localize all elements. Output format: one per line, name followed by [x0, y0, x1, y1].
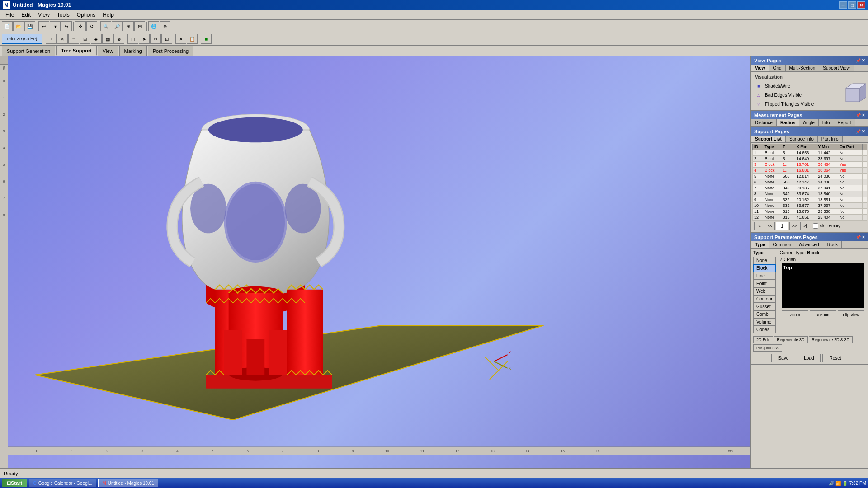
tb2-btn3[interactable]: ≡: [68, 34, 79, 44]
tab-part-info[interactable]: Part Info: [818, 136, 843, 142]
table-row[interactable]: 8None34933.67413.540No: [753, 191, 867, 197]
menu-tools[interactable]: Tools: [53, 11, 73, 19]
type-web-btn[interactable]: Web: [753, 287, 776, 295]
tab-radius[interactable]: Radius: [777, 119, 799, 126]
measurement-pages-close[interactable]: ✕: [862, 113, 865, 117]
params-tab-common[interactable]: Common: [769, 241, 796, 248]
type-none-btn[interactable]: None: [753, 257, 776, 264]
menu-options[interactable]: Options: [73, 11, 99, 19]
type-cones-btn[interactable]: Cones: [753, 326, 776, 333]
tb2-btn6[interactable]: ▦: [102, 34, 113, 44]
close-button[interactable]: ✕: [857, 1, 865, 9]
tb2-btn7[interactable]: ⊗: [113, 34, 124, 44]
type-combi-btn[interactable]: Combi: [753, 310, 776, 318]
globe-button[interactable]: 🌐: [148, 21, 159, 31]
support-pages-pin[interactable]: 📌: [856, 129, 861, 134]
support-pages-close[interactable]: ✕: [862, 129, 865, 134]
type-contour-btn[interactable]: Contour: [753, 295, 776, 303]
rotate-button[interactable]: ↺: [86, 21, 97, 31]
zoom-in-button[interactable]: 🔍: [100, 21, 111, 31]
flip-view-btn[interactable]: Flip View: [838, 310, 864, 319]
type-volume-btn[interactable]: Volume: [753, 318, 776, 326]
tb2-btn2[interactable]: ✕: [57, 34, 68, 44]
tb2-copy-button[interactable]: ⊡: [161, 34, 172, 44]
tb2-arrow-button[interactable]: ➤: [139, 34, 150, 44]
page-prev[interactable]: <<: [765, 222, 775, 230]
tab-support-list[interactable]: Support List: [751, 136, 786, 142]
start-button[interactable]: ⊞ Start: [2, 479, 27, 487]
type-gusset-btn[interactable]: Gusset: [753, 303, 776, 310]
table-row[interactable]: 1Block5...14.65611.442No: [753, 150, 867, 156]
view-pages-pin[interactable]: 📌: [856, 58, 861, 63]
tb2-btn1[interactable]: +: [46, 34, 57, 44]
tab-support-generation[interactable]: Support Generation: [2, 46, 55, 56]
menu-view[interactable]: View: [34, 11, 53, 19]
undo-button[interactable]: ↩: [38, 21, 49, 31]
tb2-paste-button[interactable]: 📋: [187, 34, 198, 44]
skip-empty-checkbox[interactable]: [813, 223, 818, 229]
support-params-close[interactable]: ✕: [862, 235, 865, 239]
regenerate-3d-btn[interactable]: Regenerate 3D: [774, 336, 808, 343]
tb2-btn5[interactable]: ◈: [91, 34, 102, 44]
tb2-cut-button[interactable]: ✂: [150, 34, 161, 44]
save-button[interactable]: 💾: [24, 21, 35, 31]
table-row[interactable]: 11None31513.67625.358No: [753, 209, 867, 215]
page-last[interactable]: >|: [800, 222, 810, 230]
table-row[interactable]: 2Block5...14.64933.697No: [753, 156, 867, 162]
tab-angle[interactable]: Angle: [799, 119, 819, 126]
table-row[interactable]: 4Block1...16.68110.064Yes: [753, 168, 867, 174]
zoom-select-button[interactable]: ⊟: [134, 21, 145, 31]
tab-tree-support[interactable]: Tree Support: [56, 46, 97, 56]
minimize-button[interactable]: ─: [839, 1, 847, 9]
tb2-btn4[interactable]: ⊞: [80, 34, 90, 44]
menu-help[interactable]: Help: [99, 11, 118, 19]
tab-view[interactable]: View: [98, 46, 118, 56]
table-row[interactable]: 3Block1...16.70136.464Yes: [753, 162, 867, 168]
view-pages-close[interactable]: ✕: [862, 58, 865, 63]
save-btn[interactable]: Save: [771, 354, 795, 362]
undo-drop-button[interactable]: ▾: [50, 21, 61, 31]
tb2-cross-button[interactable]: ✕: [175, 34, 186, 44]
tab-multi-section[interactable]: Multi-Section: [786, 65, 820, 71]
print2d-button[interactable]: Print 2D (Ctrl+P): [2, 34, 42, 44]
measurement-pages-pin[interactable]: 📌: [856, 113, 861, 117]
redo-button[interactable]: ↪: [61, 21, 72, 31]
page-next[interactable]: >>: [789, 222, 799, 230]
zoom-btn[interactable]: Zoom: [782, 310, 808, 319]
table-row[interactable]: 6None50842.14724.030No: [753, 179, 867, 185]
tab-post-processing[interactable]: Post Processing: [148, 46, 193, 56]
menu-file[interactable]: File: [2, 11, 18, 19]
menu-edit[interactable]: Edit: [18, 11, 34, 19]
tab-surface-info[interactable]: Surface Info: [786, 136, 818, 142]
maximize-button[interactable]: □: [848, 1, 856, 9]
type-block-btn[interactable]: Block: [753, 264, 776, 272]
2d-edit-btn[interactable]: 2D Edit: [753, 336, 773, 343]
new-button[interactable]: 📄: [2, 21, 13, 31]
viewport[interactable]: Y X 0 1 2 3 4 5 6 7 8 9 10 11 12 13 14 1…: [8, 56, 750, 469]
postprocess-btn[interactable]: Postprocess: [753, 344, 782, 352]
tab-view[interactable]: View: [751, 65, 769, 71]
tb2-finalize-button[interactable]: ■: [201, 34, 212, 44]
support-params-pin[interactable]: 📌: [856, 235, 861, 239]
type-point-btn[interactable]: Point: [753, 280, 776, 287]
taskbar-magics[interactable]: M Untitled - Magics 19.01: [98, 479, 158, 487]
params-tab-advanced[interactable]: Advanced: [795, 241, 823, 248]
tab-grid[interactable]: Grid: [769, 65, 786, 71]
page-first[interactable]: |<: [754, 222, 764, 230]
table-row[interactable]: 5None50812.81424.030No: [753, 174, 867, 179]
regenerate-2d-3d-btn[interactable]: Regenerate 2D & 3D: [809, 336, 853, 343]
table-row[interactable]: 9None33220.15213.551No: [753, 197, 867, 203]
nav-button[interactable]: ⊕: [160, 21, 170, 31]
open-button[interactable]: 📂: [13, 21, 24, 31]
tb2-select-button[interactable]: ◻: [127, 34, 138, 44]
unzoom-btn[interactable]: Unzoom: [810, 310, 836, 319]
move-button[interactable]: ✛: [75, 21, 86, 31]
taskbar-calendar[interactable]: G Google Calendar - Googl...: [29, 479, 96, 487]
reset-btn[interactable]: Reset: [822, 354, 848, 362]
tab-report[interactable]: Report: [834, 119, 855, 126]
zoom-fit-button[interactable]: ⊞: [123, 21, 134, 31]
page-number[interactable]: [776, 222, 788, 230]
tab-marking[interactable]: Marking: [119, 46, 147, 56]
params-tab-type[interactable]: Type: [751, 241, 769, 248]
params-tab-block[interactable]: Block: [823, 241, 842, 248]
